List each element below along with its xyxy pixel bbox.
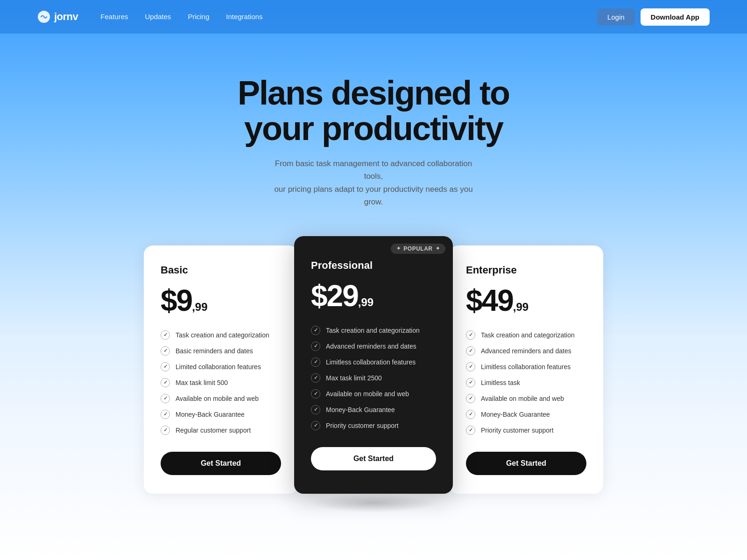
list-item: Task creation and categorization [161,330,281,340]
star-icon-left: ✦ [396,245,401,252]
check-icon [466,362,475,371]
list-item: Priority customer support [311,421,436,430]
list-item: Available on mobile and web [466,394,586,403]
hero-section: Plans designed to your productivity From… [0,34,747,236]
check-icon [161,426,170,435]
nav-left: jornv Features Updates Pricing Integrati… [37,10,263,23]
list-item: Available on mobile and web [311,389,436,399]
plan-basic-name: Basic [161,264,281,276]
logo[interactable]: jornv [37,10,78,23]
check-icon [161,394,170,403]
list-item: Task creation and categorization [311,326,436,335]
login-button[interactable]: Login [597,8,635,26]
list-item: Basic reminders and dates [161,346,281,356]
check-icon [466,378,475,387]
check-icon [311,357,320,367]
nav-item-features[interactable]: Features [100,13,128,21]
download-button[interactable]: Download App [641,8,710,26]
plan-enterprise-name: Enterprise [466,264,586,276]
check-icon [466,426,475,435]
nav-links: Features Updates Pricing Integrations [100,13,262,21]
popular-badge: ✦ POPULAR ✦ [391,244,445,254]
check-icon [161,346,170,356]
list-item: Advanced reminders and dates [311,342,436,351]
nav-item-updates[interactable]: Updates [145,13,171,21]
plan-pro-features: Task creation and categorization Advance… [311,326,436,430]
plan-basic-price-cents: ,99 [192,301,207,314]
plan-professional: ✦ POPULAR ✦ Professional $29 ,99 Task cr… [294,236,453,494]
plan-pro-price: $29 ,99 [311,281,436,311]
plan-basic-price: $9 ,99 [161,286,281,315]
list-item: Limited collaboration features [161,362,281,371]
check-icon [311,373,320,383]
plan-pro-price-cents: ,99 [358,296,374,309]
check-icon [311,421,320,430]
nav-item-integrations[interactable]: Integrations [226,13,262,21]
list-item: Regular customer support [161,426,281,435]
check-icon [161,362,170,371]
plan-pro-cta[interactable]: Get Started [311,447,436,470]
check-icon [161,410,170,419]
navbar: jornv Features Updates Pricing Integrati… [0,0,747,34]
plan-basic-cta[interactable]: Get Started [161,452,281,475]
check-icon [161,330,170,340]
plan-basic-price-main: $9 [161,286,192,315]
plan-basic: Basic $9 ,99 Task creation and categoriz… [144,245,298,494]
plan-basic-features: Task creation and categorization Basic r… [161,330,281,435]
logo-icon [37,10,50,23]
plan-pro-name: Professional [311,259,436,272]
list-item: Limitless collaboration features [466,362,586,371]
list-item: Money-Back Guarantee [161,410,281,419]
list-item: Limitless task [466,378,586,387]
check-icon [311,326,320,335]
star-icon-right: ✦ [436,245,440,252]
hero-subtitle: From basic task management to advanced c… [271,157,476,208]
nav-item-pricing[interactable]: Pricing [188,13,209,21]
list-item: Limitless collaboration features [311,357,436,367]
check-icon [466,410,475,419]
nav-right: Login Download App [597,8,710,26]
pricing-section: Basic $9 ,99 Task creation and categoriz… [0,236,747,531]
plan-enterprise-price-main: $49 [466,286,513,315]
list-item: Money-Back Guarantee [311,405,436,414]
check-icon [466,394,475,403]
plan-enterprise-price: $49 ,99 [466,286,586,315]
list-item: Max task limit 500 [161,378,281,387]
list-item: Priority customer support [466,426,586,435]
check-icon [311,405,320,414]
plan-enterprise-price-cents: ,99 [513,301,529,314]
list-item: Task creation and categorization [466,330,586,340]
check-icon [311,342,320,351]
check-icon [161,378,170,387]
list-item: Max task limit 2500 [311,373,436,383]
list-item: Money-Back Guarantee [466,410,586,419]
check-icon [466,346,475,356]
check-icon [311,389,320,399]
logo-text: jornv [54,11,78,23]
check-icon [466,330,475,340]
plan-pro-price-main: $29 [311,281,358,311]
plan-enterprise-features: Task creation and categorization Advance… [466,330,586,435]
hero-title: Plans designed to your productivity [9,76,738,146]
list-item: Available on mobile and web [161,394,281,403]
plan-enterprise-cta[interactable]: Get Started [466,452,586,475]
list-item: Advanced reminders and dates [466,346,586,356]
plan-enterprise: Enterprise $49 ,99 Task creation and cat… [449,245,603,494]
